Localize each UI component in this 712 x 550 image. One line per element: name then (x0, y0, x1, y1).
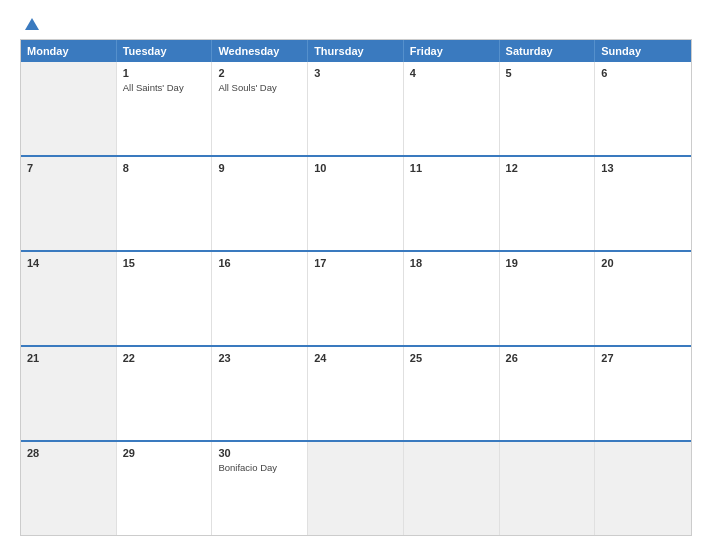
calendar-cell: 20 (595, 252, 691, 345)
day-number: 5 (506, 67, 589, 79)
calendar-cell (21, 62, 117, 155)
day-number: 2 (218, 67, 301, 79)
calendar-cell: 12 (500, 157, 596, 250)
calendar-row: 14151617181920 (21, 250, 691, 345)
calendar-cell: 14 (21, 252, 117, 345)
calendar-cell: 15 (117, 252, 213, 345)
calendar-cell: 29 (117, 442, 213, 535)
day-number: 11 (410, 162, 493, 174)
calendar-header-cell: Wednesday (212, 40, 308, 62)
calendar-row: 21222324252627 (21, 345, 691, 440)
calendar-cell: 17 (308, 252, 404, 345)
logo-blue-text (20, 18, 39, 29)
holiday-label: All Souls' Day (218, 82, 301, 94)
calendar-row: 1All Saints' Day2All Souls' Day3456 (21, 62, 691, 155)
calendar-cell: 27 (595, 347, 691, 440)
calendar-cell (500, 442, 596, 535)
calendar-header: MondayTuesdayWednesdayThursdayFridaySatu… (21, 40, 691, 62)
calendar-cell: 9 (212, 157, 308, 250)
header (20, 18, 692, 29)
day-number: 6 (601, 67, 685, 79)
calendar-header-cell: Tuesday (117, 40, 213, 62)
calendar-cell (308, 442, 404, 535)
day-number: 22 (123, 352, 206, 364)
day-number: 29 (123, 447, 206, 459)
calendar-cell: 18 (404, 252, 500, 345)
calendar-row: 282930Bonifacio Day (21, 440, 691, 535)
day-number: 13 (601, 162, 685, 174)
day-number: 30 (218, 447, 301, 459)
calendar-header-cell: Thursday (308, 40, 404, 62)
calendar-body: 1All Saints' Day2All Souls' Day345678910… (21, 62, 691, 535)
calendar-cell: 4 (404, 62, 500, 155)
calendar-cell: 25 (404, 347, 500, 440)
day-number: 26 (506, 352, 589, 364)
calendar-cell: 2All Souls' Day (212, 62, 308, 155)
holiday-label: Bonifacio Day (218, 462, 301, 474)
calendar-cell (595, 442, 691, 535)
day-number: 19 (506, 257, 589, 269)
day-number: 4 (410, 67, 493, 79)
day-number: 14 (27, 257, 110, 269)
calendar-cell (404, 442, 500, 535)
calendar-cell: 23 (212, 347, 308, 440)
day-number: 20 (601, 257, 685, 269)
calendar-cell: 19 (500, 252, 596, 345)
calendar-cell: 3 (308, 62, 404, 155)
day-number: 15 (123, 257, 206, 269)
calendar-cell: 24 (308, 347, 404, 440)
calendar-cell: 21 (21, 347, 117, 440)
day-number: 9 (218, 162, 301, 174)
calendar-cell: 10 (308, 157, 404, 250)
logo-triangle-icon (25, 18, 39, 30)
day-number: 8 (123, 162, 206, 174)
calendar-cell: 11 (404, 157, 500, 250)
calendar-cell: 30Bonifacio Day (212, 442, 308, 535)
calendar-cell: 16 (212, 252, 308, 345)
calendar-cell: 1All Saints' Day (117, 62, 213, 155)
calendar-header-cell: Friday (404, 40, 500, 62)
calendar-cell: 26 (500, 347, 596, 440)
page: MondayTuesdayWednesdayThursdayFridaySatu… (0, 0, 712, 550)
logo (20, 18, 39, 29)
calendar-cell: 6 (595, 62, 691, 155)
day-number: 18 (410, 257, 493, 269)
day-number: 12 (506, 162, 589, 174)
day-number: 28 (27, 447, 110, 459)
calendar-header-cell: Monday (21, 40, 117, 62)
day-number: 25 (410, 352, 493, 364)
calendar-cell: 28 (21, 442, 117, 535)
day-number: 7 (27, 162, 110, 174)
day-number: 27 (601, 352, 685, 364)
day-number: 17 (314, 257, 397, 269)
calendar-cell: 8 (117, 157, 213, 250)
day-number: 16 (218, 257, 301, 269)
calendar-cell: 5 (500, 62, 596, 155)
day-number: 3 (314, 67, 397, 79)
calendar-cell: 22 (117, 347, 213, 440)
day-number: 1 (123, 67, 206, 79)
calendar-cell: 7 (21, 157, 117, 250)
calendar-header-cell: Sunday (595, 40, 691, 62)
holiday-label: All Saints' Day (123, 82, 206, 94)
calendar: MondayTuesdayWednesdayThursdayFridaySatu… (20, 39, 692, 536)
calendar-header-cell: Saturday (500, 40, 596, 62)
day-number: 10 (314, 162, 397, 174)
day-number: 21 (27, 352, 110, 364)
calendar-row: 78910111213 (21, 155, 691, 250)
day-number: 24 (314, 352, 397, 364)
day-number: 23 (218, 352, 301, 364)
calendar-cell: 13 (595, 157, 691, 250)
